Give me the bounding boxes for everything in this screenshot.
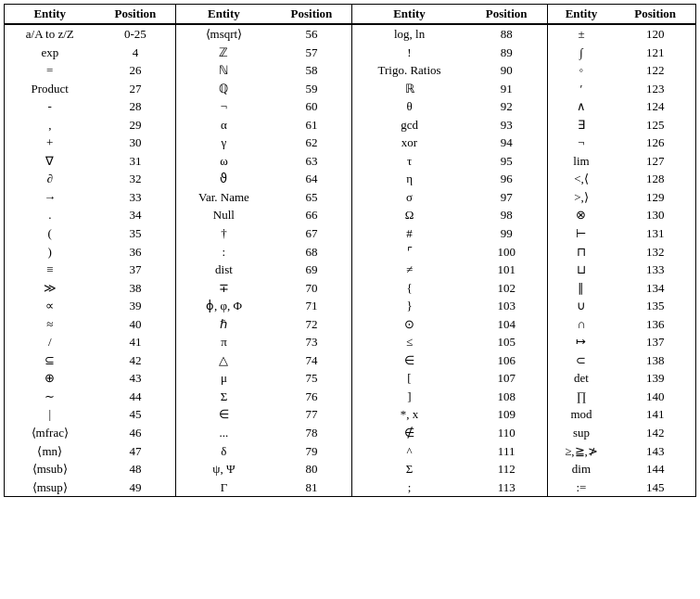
table-row: ⟨msub⟩48ψ, Ψ80Σ112dim144 bbox=[5, 460, 695, 478]
position-cell: 129 bbox=[615, 188, 695, 207]
entity-cell: ⟨msup⟩ bbox=[5, 478, 95, 497]
entity-cell: : bbox=[176, 243, 272, 261]
entity-cell: log, ln bbox=[352, 24, 466, 44]
position-cell: 105 bbox=[466, 333, 547, 351]
entity-cell: ⊕ bbox=[5, 369, 95, 388]
position-cell: 60 bbox=[272, 97, 352, 116]
entity-cell: ϑ bbox=[176, 170, 272, 188]
entity-cell: ∫ bbox=[547, 44, 615, 62]
position-cell: 42 bbox=[95, 351, 176, 370]
position-cell: 99 bbox=[466, 224, 547, 243]
entity-cell: ⊆ bbox=[5, 351, 95, 370]
position-cell: 125 bbox=[615, 116, 695, 134]
entity-cell: ↦ bbox=[547, 333, 615, 351]
entity-cell: ≤ bbox=[352, 333, 466, 351]
entity-cell: ⊙ bbox=[352, 315, 466, 334]
entity-cell: exp bbox=[5, 44, 95, 62]
position-cell: 106 bbox=[466, 351, 547, 370]
position-cell: 49 bbox=[95, 478, 176, 497]
entity-cell: gcd bbox=[352, 116, 466, 134]
position-cell: 122 bbox=[615, 61, 695, 80]
position-cell: 29 bbox=[95, 116, 176, 134]
entity-cell: Ω bbox=[352, 206, 466, 224]
position-cell: 78 bbox=[272, 424, 352, 442]
entity-cell: ⟨msub⟩ bbox=[5, 460, 95, 478]
entity-cell: mod bbox=[547, 405, 615, 424]
position-cell: 90 bbox=[466, 61, 547, 80]
header-col3: Entity bbox=[176, 5, 272, 24]
position-cell: 142 bbox=[615, 424, 695, 442]
entity-cell: π bbox=[176, 333, 272, 351]
header-col5: Entity bbox=[352, 5, 466, 24]
entity-cell: + bbox=[5, 134, 95, 152]
table-row: ≫38∓70{102∥134 bbox=[5, 279, 695, 298]
entity-cell: ^ bbox=[352, 442, 466, 461]
position-cell: 37 bbox=[95, 261, 176, 279]
table-row: exp4ℤ57!89∫121 bbox=[5, 44, 695, 62]
entity-cell: ϕ, φ, Φ bbox=[176, 297, 272, 315]
entity-cell: } bbox=[352, 297, 466, 315]
entity-cell: μ bbox=[176, 369, 272, 388]
position-cell: 28 bbox=[95, 97, 176, 116]
position-cell: 70 bbox=[272, 279, 352, 298]
position-cell: 91 bbox=[466, 80, 547, 98]
entity-cell: . bbox=[5, 206, 95, 224]
entity-cell: xor bbox=[352, 134, 466, 152]
entity-cell: δ bbox=[176, 442, 272, 461]
position-cell: 98 bbox=[466, 206, 547, 224]
entity-cell: ∈ bbox=[176, 405, 272, 424]
position-cell: 71 bbox=[272, 297, 352, 315]
entity-cell: ) bbox=[5, 243, 95, 261]
position-cell: 127 bbox=[615, 152, 695, 171]
entity-cell: dist bbox=[176, 261, 272, 279]
entity-cell: >,⟩ bbox=[547, 188, 615, 207]
entity-cell: Product bbox=[5, 80, 95, 98]
position-cell: 72 bbox=[272, 315, 352, 334]
position-cell: 27 bbox=[95, 80, 176, 98]
entity-cell: θ bbox=[352, 97, 466, 116]
table-row: ⊆42△74∈106⊂138 bbox=[5, 351, 695, 370]
position-cell: 74 bbox=[272, 351, 352, 370]
position-cell: 35 bbox=[95, 224, 176, 243]
position-cell: 94 bbox=[466, 134, 547, 152]
position-cell: 33 bbox=[95, 188, 176, 207]
entity-cell: α bbox=[176, 116, 272, 134]
entity-cell: ⌜ bbox=[352, 243, 466, 261]
entity-cell: ≠ bbox=[352, 261, 466, 279]
entity-cell: ¬ bbox=[176, 97, 272, 116]
table-row: ⟨mn⟩47δ79^111≥,≧,≯143 bbox=[5, 442, 695, 461]
entity-cell: ∏ bbox=[547, 388, 615, 406]
entity-cell: ∼ bbox=[5, 388, 95, 406]
entity-cell: ≥,≧,≯ bbox=[547, 442, 615, 461]
entity-cell: γ bbox=[176, 134, 272, 152]
position-cell: 58 bbox=[272, 61, 352, 80]
position-cell: 93 bbox=[466, 116, 547, 134]
entity-cell: Null bbox=[176, 206, 272, 224]
entity-cell: ∝ bbox=[5, 297, 95, 315]
entity-cell: ∃ bbox=[547, 116, 615, 134]
entity-cell: [ bbox=[352, 369, 466, 388]
position-cell: 59 bbox=[272, 80, 352, 98]
entity-cell: ( bbox=[5, 224, 95, 243]
position-cell: 67 bbox=[272, 224, 352, 243]
entity-cell: = bbox=[5, 61, 95, 80]
position-cell: 75 bbox=[272, 369, 352, 388]
entity-cell: ∧ bbox=[547, 97, 615, 116]
position-cell: 62 bbox=[272, 134, 352, 152]
entity-cell: ⟨mn⟩ bbox=[5, 442, 95, 461]
position-cell: 4 bbox=[95, 44, 176, 62]
position-cell: 80 bbox=[272, 460, 352, 478]
entity-cell: ⟨mfrac⟩ bbox=[5, 424, 95, 442]
table-row: a/A to z/Z0-25⟨msqrt⟩56log, ln88±120 bbox=[5, 24, 695, 44]
entity-cell: Σ bbox=[176, 388, 272, 406]
position-cell: 132 bbox=[615, 243, 695, 261]
position-cell: 69 bbox=[272, 261, 352, 279]
table-row: ∝39ϕ, φ, Φ71}103∪135 bbox=[5, 297, 695, 315]
table-row: ⊕43μ75[107det139 bbox=[5, 369, 695, 388]
position-cell: 56 bbox=[272, 24, 352, 44]
position-cell: 141 bbox=[615, 405, 695, 424]
entity-cell: ∥ bbox=[547, 279, 615, 298]
position-cell: 130 bbox=[615, 206, 695, 224]
position-cell: 41 bbox=[95, 333, 176, 351]
position-cell: 76 bbox=[272, 388, 352, 406]
